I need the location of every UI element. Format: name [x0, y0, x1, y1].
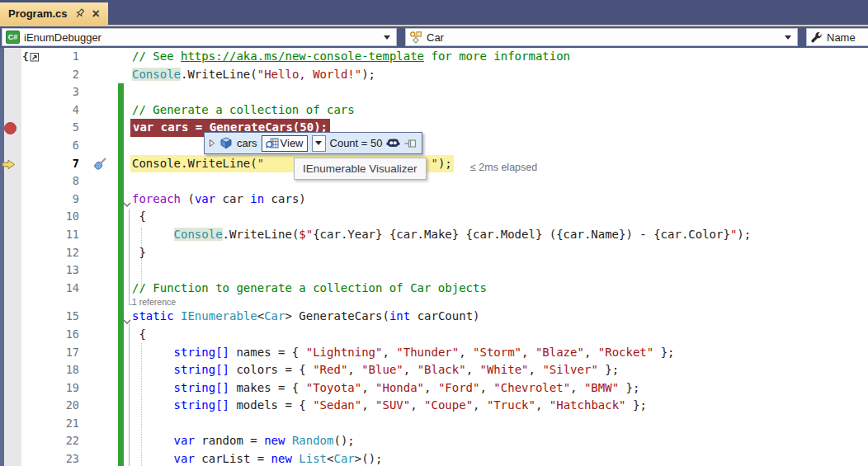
view-button[interactable]: View	[262, 135, 308, 152]
code-token: $"	[299, 228, 313, 241]
expander-icon[interactable]	[209, 139, 215, 148]
line-number: 17	[25, 344, 79, 362]
code-token	[132, 381, 174, 394]
code-token	[132, 434, 174, 447]
code-token	[132, 398, 174, 412]
codelens-references[interactable]: 1 reference	[132, 297, 176, 308]
code-line-22: 22 var random = new Random();	[0, 432, 868, 450]
code-token: {car.Year} {car.Make} {car.Model} ({car.…	[313, 228, 730, 241]
code-text: string[] colors = { "Red", "Blue", "Blac…	[132, 361, 619, 379]
tab-strip: Program.cs ×	[0, 0, 868, 25]
breakpoint-icon[interactable]	[4, 122, 17, 134]
code-token: {	[132, 209, 146, 223]
code-token: "Blaze"	[535, 346, 584, 359]
code-text: // Generate a collection of cars	[132, 101, 355, 120]
line-number: 8	[25, 172, 79, 191]
code-editor[interactable]: 1// See https://aka.ms/new-console-templ…	[0, 48, 868, 466]
tab-program-cs[interactable]: Program.cs ×	[0, 2, 108, 25]
code-token: );	[438, 157, 452, 170]
code-token: ,	[529, 363, 543, 376]
code-line-12: 12 }	[0, 244, 868, 262]
code-token: "SUV"	[375, 398, 410, 412]
copilot-icon[interactable]	[386, 138, 400, 148]
code-token: ,	[410, 398, 424, 412]
code-token: "Sedan"	[313, 398, 361, 412]
code-token: string[]	[174, 363, 229, 376]
member-dropdown[interactable]: Name	[806, 28, 868, 46]
code-token: names = {	[229, 346, 306, 359]
code-token: };	[653, 346, 674, 359]
code-token: cars)	[264, 192, 306, 205]
code-token: car	[215, 192, 250, 205]
chevron-down-icon[interactable]	[782, 35, 794, 40]
code-text: // See https://aka.ms/new-console-templa…	[132, 48, 570, 66]
code-token: "	[431, 157, 437, 170]
view-button-label: View	[281, 137, 304, 149]
code-token: List	[299, 452, 327, 465]
code-token: "Silver"	[542, 363, 597, 376]
line-number: 11	[25, 226, 79, 244]
line-number: 23	[25, 450, 79, 466]
code-token[interactable]: https://aka.ms/new-console-template	[181, 49, 424, 63]
code-token: // Function to generate a collection of …	[132, 281, 487, 294]
project-dropdown[interactable]: C# iEnumDebugger	[2, 28, 397, 46]
code-line-13: 13	[0, 261, 868, 280]
brace-popout-icon[interactable]: {	[22, 50, 40, 63]
code-token: ,	[570, 381, 584, 394]
code-token: var	[195, 192, 215, 205]
pin-icon[interactable]	[75, 8, 85, 19]
code-token: "Rocket"	[598, 346, 653, 359]
code-line-4: 4// Generate a collection of cars	[0, 101, 868, 120]
line-number: 5	[25, 119, 79, 137]
code-token: "Hatchback"	[550, 398, 626, 412]
code-token: int	[389, 309, 410, 322]
code-token	[132, 452, 174, 465]
code-text: Console.WriteLine($"{car.Year} {car.Make…	[132, 226, 751, 244]
code-token: ,	[382, 346, 396, 359]
code-token: "BMW"	[584, 381, 619, 394]
view-dropdown-button[interactable]	[312, 135, 326, 152]
code-token	[132, 228, 174, 241]
code-token: "Thunder"	[396, 346, 459, 359]
line-number: 18	[25, 361, 79, 379]
close-icon[interactable]: ×	[92, 8, 100, 20]
code-token: makes = {	[229, 381, 306, 394]
vs-debugger-window: { "tab": { "title": "Program.cs" }, "nav…	[0, 0, 868, 466]
code-text: Console.WriteLine("Hello, World!");	[132, 66, 375, 84]
code-token: models = {	[229, 398, 313, 412]
screwdriver-icon[interactable]	[93, 156, 108, 174]
collapse-chevron-icon[interactable]	[123, 196, 131, 211]
code-line-16: 16 {	[0, 326, 868, 344]
code-token: static	[132, 309, 174, 322]
code-line-11: 11 Console.WriteLine($"{car.Year} {car.M…	[0, 226, 868, 244]
chevron-down-icon[interactable]	[381, 35, 393, 40]
pin-to-source-icon[interactable]	[404, 139, 417, 148]
code-token: Car	[264, 309, 285, 322]
code-token: > GenerateCars(	[285, 309, 389, 322]
code-token: {	[132, 327, 146, 341]
code-token: ,	[403, 363, 417, 376]
code-line-23: 23 var carList = new List<Car>();	[0, 450, 868, 466]
code-token: random =	[195, 434, 264, 447]
code-line-7: 7Console.WriteLine("");	[0, 155, 868, 173]
collection-cube-icon	[219, 137, 233, 149]
code-token: "Toyota"	[306, 381, 361, 394]
code-line-19: 19 string[] makes = { "Toyota", "Honda",…	[0, 379, 868, 398]
code-token: "Black"	[417, 363, 466, 376]
line-number: 13	[25, 261, 79, 280]
code-token: Random	[292, 434, 334, 447]
code-token: ,	[466, 363, 480, 376]
view-magnifier-icon	[266, 138, 279, 149]
collapse-chevron-icon[interactable]	[123, 313, 131, 328]
code-token: // See	[132, 49, 181, 63]
type-dropdown[interactable]: Car	[405, 28, 798, 46]
code-line-3: 3	[0, 83, 868, 101]
code-line-18: 18 string[] colors = { "Red", "Blue", "B…	[0, 361, 868, 379]
code-text: string[] models = { "Sedan", "SUV", "Cou…	[132, 397, 647, 415]
code-line-8: 8	[0, 172, 868, 191]
code-token: "	[257, 157, 264, 170]
code-token: carCount)	[410, 309, 479, 322]
code-token: ();	[333, 434, 354, 447]
code-token: Console.WriteLine(	[132, 157, 257, 170]
code-token: .WriteLine(	[181, 68, 257, 81]
